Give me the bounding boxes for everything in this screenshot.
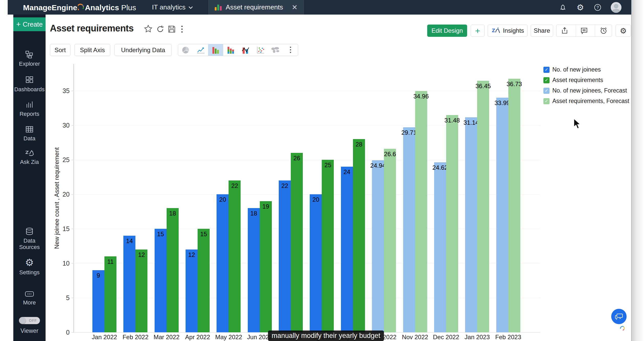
chart-type-combo-icon[interactable] bbox=[238, 44, 253, 56]
comments-icon[interactable] bbox=[576, 25, 593, 37]
bar-assets[interactable] bbox=[415, 91, 427, 332]
notifications-bell-icon[interactable] bbox=[559, 3, 567, 12]
user-avatar[interactable] bbox=[611, 2, 621, 13]
bar-joinees[interactable] bbox=[155, 229, 167, 332]
bar-assets[interactable] bbox=[260, 201, 272, 332]
bar-assets[interactable] bbox=[198, 229, 210, 332]
legend-checkbox[interactable]: ✓ bbox=[543, 98, 550, 104]
bar-assets[interactable] bbox=[104, 256, 116, 332]
chart-type-scatter-icon[interactable] bbox=[253, 44, 268, 56]
chart-type-line-icon[interactable] bbox=[193, 44, 208, 56]
legend-label: No. of new joinees, Forecast bbox=[552, 87, 627, 94]
favorite-star-icon[interactable] bbox=[144, 25, 153, 34]
sidebar-item-ask-zia[interactable]: Ask Zia bbox=[13, 149, 46, 165]
bar-joinees[interactable] bbox=[186, 249, 198, 332]
y-axis-tick-label: 35 bbox=[52, 87, 70, 95]
mouse-cursor bbox=[573, 118, 583, 131]
scrollbar[interactable] bbox=[631, 0, 644, 341]
edit-design-button[interactable]: Edit Design bbox=[427, 25, 467, 37]
zia-insights-icon bbox=[491, 27, 500, 35]
bar-joinees[interactable] bbox=[123, 236, 135, 332]
sidebar-item-data-sources[interactable]: Data Sources bbox=[13, 227, 46, 250]
bar-joinees[interactable] bbox=[279, 180, 291, 332]
bar-joinees[interactable] bbox=[496, 98, 508, 332]
bar-assets[interactable] bbox=[229, 180, 241, 332]
sidebar-item-dashboards[interactable]: Dashboards bbox=[13, 76, 46, 93]
underlying-data-button[interactable]: Underlying Data bbox=[114, 44, 172, 56]
sidebar-item-label: Data Sources bbox=[13, 237, 46, 250]
bar-assets[interactable] bbox=[135, 249, 147, 332]
export-icon[interactable] bbox=[556, 25, 573, 37]
report-action-group bbox=[556, 25, 612, 37]
bar-value-label: 34.96 bbox=[403, 93, 439, 100]
report-settings-button[interactable]: ⚙ bbox=[616, 25, 631, 37]
bar-joinees[interactable] bbox=[372, 160, 384, 332]
y-axis-tick bbox=[71, 160, 73, 160]
settings-gear-icon: ⚙ bbox=[25, 258, 34, 267]
bar-joinees[interactable] bbox=[434, 162, 446, 332]
y-axis-tick-label: 30 bbox=[52, 122, 70, 129]
legend-checkbox[interactable]: ✓ bbox=[543, 67, 550, 73]
tab-close-icon[interactable]: ✕ bbox=[292, 3, 298, 12]
sidebar-item-label: Settings bbox=[19, 269, 40, 276]
bar-joinees[interactable] bbox=[310, 194, 322, 332]
bar-joinees[interactable] bbox=[217, 194, 229, 332]
create-label: Create bbox=[23, 20, 43, 28]
chart-type-map-icon[interactable] bbox=[268, 44, 283, 56]
legend-item[interactable]: ✓ No. of new joinees bbox=[543, 65, 629, 74]
tab-asset-requirements[interactable]: Asset requirements ✕ bbox=[208, 0, 304, 15]
settings-gear-icon[interactable]: ⚙ bbox=[576, 3, 585, 12]
sidebar-item-reports[interactable]: Reports bbox=[13, 100, 46, 117]
chart-type-stacked-bar-icon[interactable] bbox=[223, 44, 238, 56]
bar-joinees[interactable] bbox=[403, 127, 415, 332]
y-axis-tick bbox=[71, 263, 73, 264]
share-button[interactable]: Share bbox=[531, 25, 553, 37]
legend-item[interactable]: ✓ Asset requirements, Forecast bbox=[543, 97, 629, 105]
viewer-toggle[interactable]: OFF bbox=[19, 317, 40, 324]
create-button[interactable]: + Create bbox=[13, 17, 46, 31]
sidebar-item-more[interactable]: More bbox=[13, 291, 46, 306]
y-axis-tick bbox=[71, 229, 73, 229]
legend-checkbox[interactable]: ✓ bbox=[543, 88, 550, 94]
insights-button[interactable]: Insights bbox=[488, 25, 528, 37]
chart-type-bar-icon[interactable] bbox=[208, 44, 223, 56]
save-icon[interactable] bbox=[168, 25, 176, 34]
bar-value-label: 36.45 bbox=[465, 83, 501, 90]
y-axis-line bbox=[73, 64, 74, 333]
sidebar-item-explorer[interactable]: Explorer bbox=[13, 50, 46, 67]
viewer-label: Viewer bbox=[13, 327, 46, 334]
bar-joinees[interactable] bbox=[92, 270, 104, 332]
split-axis-button[interactable]: Split Axis bbox=[74, 44, 110, 56]
reports-icon bbox=[25, 100, 34, 109]
sort-button[interactable]: Sort bbox=[50, 44, 70, 56]
workspace-dropdown[interactable]: IT analytics bbox=[152, 3, 193, 11]
chart-type-more-icon[interactable] bbox=[283, 44, 298, 56]
refresh-icon[interactable] bbox=[156, 25, 164, 34]
sidebar-item-data[interactable]: Data bbox=[13, 126, 46, 142]
bar-value-label: 25 bbox=[310, 162, 346, 169]
kebab-menu-icon[interactable] bbox=[181, 25, 183, 35]
legend-item[interactable]: ✓ Asset requirements bbox=[543, 76, 629, 84]
chart-type-pie-icon[interactable] bbox=[178, 44, 193, 56]
legend-checkbox[interactable]: ✓ bbox=[543, 77, 550, 83]
bar-joinees[interactable] bbox=[248, 208, 260, 332]
bar-assets[interactable] bbox=[167, 208, 179, 332]
bar-assets[interactable] bbox=[322, 160, 334, 332]
sidebar-item-label: Data bbox=[24, 135, 35, 142]
sidebar-item-settings[interactable]: ⚙ Settings bbox=[13, 258, 46, 276]
alert-clock-icon[interactable] bbox=[595, 25, 612, 37]
bar-value-label: 15 bbox=[186, 231, 222, 238]
bar-assets[interactable] bbox=[446, 115, 458, 332]
legend-item[interactable]: ✓ No. of new joinees, Forecast bbox=[543, 86, 629, 95]
add-button[interactable]: + bbox=[471, 25, 485, 37]
chart-type-selector bbox=[178, 44, 298, 56]
bar-assets[interactable] bbox=[477, 81, 489, 332]
bar-assets[interactable] bbox=[291, 153, 303, 332]
bar-assets[interactable] bbox=[508, 79, 520, 332]
bar-joinees[interactable] bbox=[465, 117, 477, 332]
help-icon[interactable]: ? bbox=[593, 3, 602, 12]
bar-joinees[interactable] bbox=[341, 167, 353, 332]
chat-support-button[interactable] bbox=[611, 309, 627, 324]
bar-assets[interactable] bbox=[384, 149, 396, 332]
y-axis-tick bbox=[71, 298, 73, 298]
